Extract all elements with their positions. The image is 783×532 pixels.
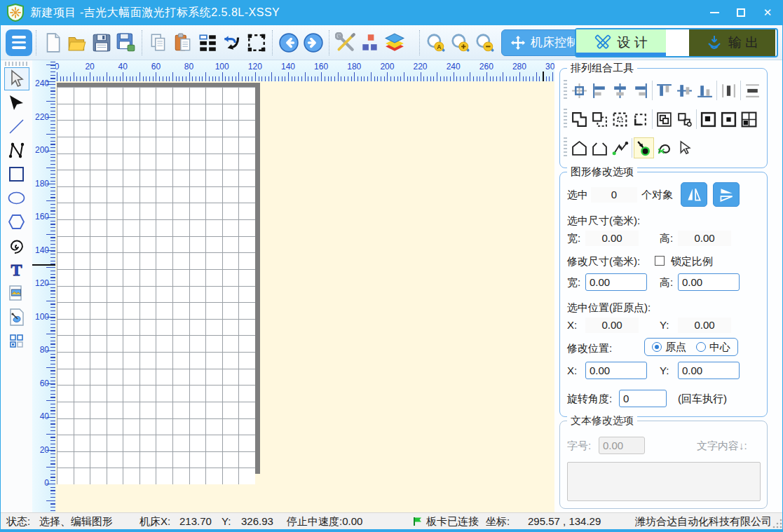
align-right-button[interactable] <box>630 80 651 101</box>
title-bar: 新建项目 -吉光大幅面激光打标系统2.5.8L-XSSY ✕ <box>1 0 783 25</box>
curve-cut-button[interactable] <box>654 137 674 158</box>
modify-width-input[interactable] <box>585 273 647 291</box>
tool-text[interactable]: T <box>4 258 29 281</box>
flip-horizontal-button[interactable] <box>681 182 707 207</box>
vruler-label: 160 <box>35 212 49 221</box>
tab-output[interactable]: 输 出 <box>689 29 775 56</box>
lock-ratio-checkbox[interactable] <box>655 256 665 266</box>
toolbar-separator <box>632 138 632 158</box>
tool-polygon[interactable] <box>4 210 29 233</box>
tool-image[interactable] <box>4 282 29 305</box>
zoom-fit-button[interactable]: A <box>423 29 448 57</box>
vertical-ruler: 240220200180160140120100806040200 <box>32 60 55 512</box>
copy-icon <box>148 32 169 53</box>
paste-button[interactable] <box>170 29 195 57</box>
group-button[interactable] <box>654 109 674 130</box>
align-center-both-button[interactable] <box>569 80 590 101</box>
spiral-icon <box>7 236 26 255</box>
machine-x-label: 机床X: <box>139 515 170 528</box>
vruler-label: 100 <box>35 312 49 322</box>
radio-origin-label: 原点 <box>665 341 686 354</box>
tool-rectangle[interactable] <box>4 163 29 186</box>
tab-output-label: 输 出 <box>728 34 758 52</box>
modify-y-input[interactable] <box>678 362 740 379</box>
hruler-label: 160 <box>314 62 328 71</box>
zoom-out-button[interactable] <box>472 29 497 57</box>
selected-suffix-label: 个对象 <box>641 189 673 202</box>
tool-line[interactable] <box>4 115 29 138</box>
frame-fill-button[interactable] <box>698 109 719 130</box>
settings-tools-button[interactable] <box>333 29 358 57</box>
open-file-button[interactable] <box>64 29 89 57</box>
minimize-button[interactable] <box>704 2 725 23</box>
weld-button[interactable] <box>569 109 590 130</box>
combine-button[interactable] <box>630 109 651 130</box>
maximize-button[interactable] <box>730 2 751 23</box>
pick-node-button[interactable] <box>674 137 695 158</box>
toolbar-drag-handle[interactable] <box>564 137 567 158</box>
resize-grip[interactable] <box>772 519 782 528</box>
new-file-button[interactable] <box>40 29 64 57</box>
distribute-v-button[interactable] <box>742 80 763 101</box>
save-as-button[interactable] <box>114 29 138 57</box>
open-path-button[interactable] <box>590 137 610 158</box>
array-copy-button[interactable] <box>195 29 219 57</box>
marquee-select-button[interactable] <box>244 29 268 57</box>
radio-origin[interactable]: 原点 <box>652 341 686 354</box>
tool-polyline[interactable] <box>4 139 29 162</box>
rotate-swap-button[interactable] <box>219 29 244 57</box>
work-area-grid[interactable] <box>57 87 255 484</box>
design-canvas[interactable] <box>55 81 554 512</box>
trim-button[interactable] <box>590 109 610 130</box>
hruler-label: 80 <box>184 62 193 71</box>
toolbar-drag-handle[interactable] <box>564 109 567 130</box>
align-center-h-button[interactable] <box>610 80 630 101</box>
frame-center-button[interactable] <box>719 109 739 130</box>
tab-design[interactable]: 设 计 <box>576 29 666 56</box>
close-button[interactable]: ✕ <box>757 2 778 23</box>
distribute-h-button[interactable] <box>719 80 739 101</box>
align-bottom-button[interactable] <box>695 80 715 101</box>
tab-design-label: 设 计 <box>617 34 647 52</box>
palette-drag-handle[interactable] <box>5 62 28 66</box>
zoom-out-icon <box>475 32 496 53</box>
tool-spiral[interactable] <box>4 234 29 257</box>
save-button[interactable] <box>89 29 114 57</box>
node-edit-button[interactable] <box>634 137 654 158</box>
menu-button[interactable] <box>6 29 32 56</box>
modify-height-input[interactable] <box>678 273 740 291</box>
rotate-angle-input[interactable] <box>619 390 667 407</box>
flip-vertical-button[interactable] <box>713 182 740 207</box>
vruler-label: 60 <box>40 378 49 388</box>
design-icon <box>594 34 611 51</box>
selected-width-value: 0.00 <box>585 231 639 246</box>
copy-button[interactable] <box>146 29 170 57</box>
vector-file-icon <box>7 308 26 327</box>
align-left-button[interactable] <box>590 80 610 101</box>
node-line-button[interactable] <box>610 137 630 158</box>
zoom-in-button[interactable] <box>448 29 472 57</box>
tool-array[interactable] <box>4 329 29 353</box>
undo-button[interactable] <box>276 29 301 57</box>
align-middle-v-button[interactable] <box>674 80 695 101</box>
tool-ellipse[interactable] <box>4 186 29 210</box>
grid-cell-button[interactable] <box>739 109 759 130</box>
tool-vector-file[interactable] <box>4 306 29 329</box>
selected-position-label: 选中位置(距原点): <box>567 301 651 315</box>
close-path-button[interactable] <box>569 137 590 158</box>
line-icon <box>7 117 26 136</box>
modify-x-input[interactable] <box>585 362 647 379</box>
align-blocks-button[interactable] <box>358 29 382 57</box>
redo-button[interactable] <box>301 29 325 57</box>
toolbar-separator <box>142 30 142 55</box>
intersect-button[interactable] <box>610 109 630 130</box>
layers-button[interactable] <box>382 29 407 57</box>
radio-center[interactable]: 中心 <box>696 341 730 354</box>
tool-node-select[interactable] <box>4 91 29 114</box>
ungroup-button[interactable] <box>674 109 695 130</box>
swap-rotate-icon <box>222 32 243 53</box>
align-top-button[interactable] <box>654 80 674 101</box>
toolbar-drag-handle[interactable] <box>564 80 567 101</box>
align-toolbar-row <box>561 76 765 104</box>
tool-select[interactable] <box>4 67 29 90</box>
